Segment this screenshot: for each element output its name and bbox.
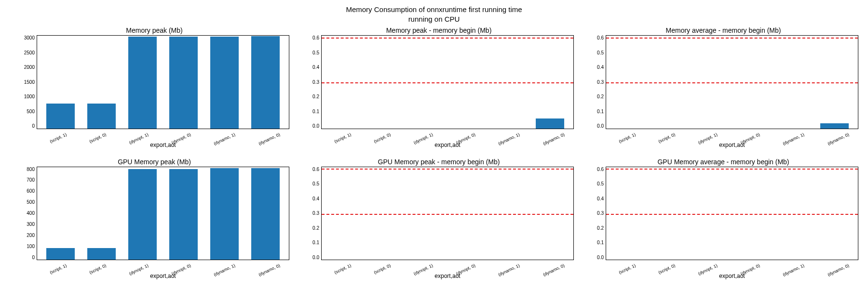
- bar-slot: [448, 167, 488, 260]
- bar: [128, 37, 157, 128]
- bar-slot: [204, 167, 245, 260]
- y-tick: 0.2: [312, 225, 319, 231]
- y-tick: 500: [27, 199, 35, 205]
- bar-slot: [488, 36, 529, 129]
- bar-slot: [650, 167, 691, 260]
- bar-slot: [814, 167, 855, 260]
- subplot-grid: Memory peak (Mb)300025002000150010005000…: [19, 26, 858, 279]
- y-tick: 0.6: [312, 35, 319, 40]
- y-tick: 0.4: [312, 196, 319, 201]
- y-tick: 2500: [24, 50, 35, 55]
- y-tick: 0.6: [597, 167, 604, 172]
- bars: [322, 167, 573, 260]
- y-tick: 800: [27, 167, 35, 172]
- bar: [820, 123, 849, 128]
- bar-slot: [325, 36, 366, 129]
- subplot-title: Memory peak - memory begin (Mb): [304, 26, 574, 34]
- y-tick: 0.1: [597, 240, 604, 245]
- y-tick: 0.2: [597, 225, 604, 231]
- bars: [322, 36, 573, 129]
- y-tick: 0.6: [597, 35, 604, 40]
- y-tick: 0.0: [597, 123, 604, 129]
- bar-slot: [773, 167, 814, 260]
- y-tick: 0.4: [312, 65, 319, 70]
- plot-area: [606, 35, 858, 129]
- y-tick: 0.5: [312, 181, 319, 186]
- x-label: export,aot: [19, 142, 289, 148]
- x-axis: (script, 1)(script, 0)(dynopt, 1)(dynopt…: [304, 129, 574, 143]
- y-tick: 700: [27, 177, 35, 183]
- bars: [606, 36, 858, 129]
- bar: [210, 37, 239, 129]
- plot-area: [321, 167, 574, 261]
- bar: [169, 37, 198, 128]
- subplot-title: Memory average - memory begin (Mb): [588, 26, 858, 34]
- y-tick: 0.4: [597, 196, 604, 201]
- y-tick: 3000: [24, 35, 35, 40]
- x-axis: (script, 1)(script, 0)(dynopt, 1)(dynopt…: [588, 129, 858, 143]
- x-label: export,aot: [588, 142, 858, 148]
- y-tick: 1000: [24, 94, 35, 99]
- subplot-title: GPU Memory peak (Mb): [19, 158, 289, 166]
- bar-slot: [163, 36, 204, 129]
- subplot-title: Memory peak (Mb): [19, 26, 289, 34]
- y-tick: 600: [27, 188, 35, 194]
- y-tick: 0.0: [597, 255, 604, 260]
- y-tick: 0: [32, 255, 35, 260]
- bar-slot: [325, 167, 366, 260]
- x-axis: (script, 1)(script, 0)(dynopt, 1)(dynopt…: [19, 260, 289, 274]
- bar-slot: [204, 36, 245, 129]
- bar-slot: [40, 36, 81, 129]
- bars: [37, 36, 289, 129]
- y-tick: 0.6: [312, 167, 319, 172]
- y-axis: 300025002000150010005000: [19, 35, 37, 129]
- y-tick: 100: [27, 244, 35, 249]
- bar-slot: [448, 36, 488, 129]
- bar-slot: [691, 167, 732, 260]
- y-tick: 0.1: [312, 109, 319, 114]
- x-axis: (script, 1)(script, 0)(dynopt, 1)(dynopt…: [19, 129, 289, 143]
- bar: [536, 118, 565, 129]
- plot-area: [321, 35, 574, 129]
- y-tick: 0.5: [597, 50, 604, 55]
- bar-slot: [245, 167, 286, 260]
- suptitle-line2: running on CPU: [408, 15, 460, 23]
- bar-slot: [529, 36, 570, 129]
- subplot-5: GPU Memory average - memory begin (Mb)0.…: [588, 158, 858, 280]
- bar-slot: [488, 167, 529, 260]
- x-axis: (script, 1)(script, 0)(dynopt, 1)(dynopt…: [304, 260, 574, 274]
- y-tick: 0.3: [597, 210, 604, 216]
- subplot-0: Memory peak (Mb)300025002000150010005000…: [19, 26, 289, 148]
- bar-slot: [366, 167, 407, 260]
- bar: [46, 248, 75, 260]
- bars: [606, 167, 858, 260]
- plot-body: 0.60.50.40.30.20.10.0: [304, 167, 574, 261]
- bar: [87, 248, 116, 260]
- y-axis: 8007006005004003002001000: [19, 167, 37, 261]
- y-tick: 300: [27, 222, 35, 227]
- x-label: export,aot: [588, 273, 858, 279]
- y-tick: 0.2: [312, 94, 319, 99]
- bar: [251, 36, 280, 128]
- bar-slot: [81, 36, 122, 129]
- bar: [87, 104, 116, 129]
- subplot-4: GPU Memory peak - memory begin (Mb)0.60.…: [304, 158, 574, 280]
- y-axis: 0.60.50.40.30.20.10.0: [304, 167, 321, 261]
- bar: [210, 168, 239, 260]
- plot-body: 300025002000150010005000: [19, 35, 289, 129]
- y-tick: 0.1: [597, 109, 604, 114]
- figure-suptitle: Memory Consumption of onnxruntime first …: [0, 5, 868, 24]
- bar-slot: [407, 36, 448, 129]
- bar-slot: [122, 36, 163, 129]
- y-tick: 0.2: [597, 94, 604, 99]
- y-tick: 0.4: [597, 65, 604, 70]
- bar-slot: [650, 36, 691, 129]
- plot-area: [37, 35, 289, 129]
- bar-slot: [245, 36, 286, 129]
- plot-body: 0.60.50.40.30.20.10.0: [588, 35, 858, 129]
- plot-area: [37, 167, 289, 261]
- y-axis: 0.60.50.40.30.20.10.0: [588, 35, 606, 129]
- bar: [128, 169, 157, 260]
- bar-slot: [732, 36, 773, 129]
- suptitle-line1: Memory Consumption of onnxruntime first …: [346, 5, 522, 13]
